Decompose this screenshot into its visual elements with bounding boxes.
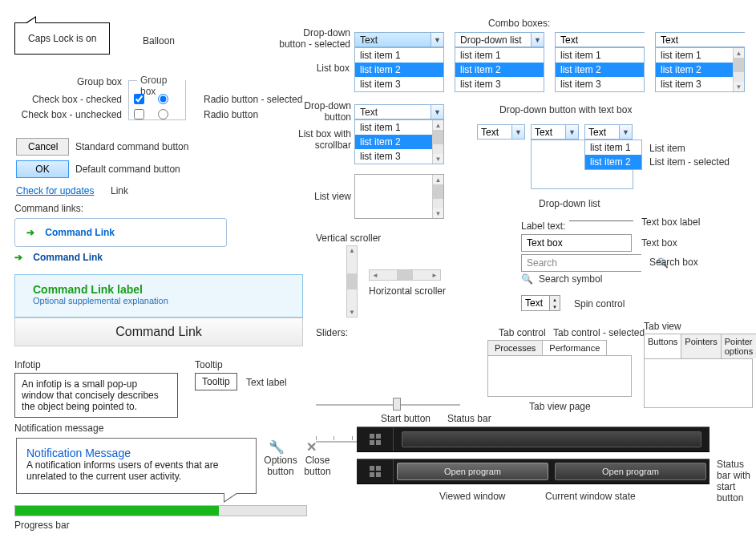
combo-3[interactable]: ▼ xyxy=(655,32,745,47)
list-item[interactable]: list item 2 xyxy=(455,63,544,77)
scroll-up-icon[interactable]: ▲ xyxy=(349,246,355,255)
scroll-thumb[interactable] xyxy=(397,270,413,280)
notification: Notification Message A notification info… xyxy=(16,438,257,494)
scroll-up-icon[interactable]: ▲ xyxy=(433,120,443,130)
list-view[interactable]: ▲ ▼ xyxy=(354,174,444,219)
scrollbar[interactable]: ▲ ▼ xyxy=(432,175,443,218)
infotip-label: Infotip xyxy=(14,359,41,370)
scroll-down-icon[interactable]: ▼ xyxy=(433,208,443,218)
scrollbar[interactable]: ▲ ▼ xyxy=(432,120,443,164)
search-input[interactable] xyxy=(522,255,652,271)
notification-body: A notification informs users of events t… xyxy=(26,459,246,482)
combo-2-list[interactable]: list item 1 list item 2 list item 3 xyxy=(555,47,645,92)
list-item[interactable]: list item 3 xyxy=(355,77,443,91)
scroll-down-icon[interactable]: ▼ xyxy=(433,154,443,164)
scroll-thumb[interactable] xyxy=(433,184,443,199)
tab-processes[interactable]: Processes xyxy=(487,340,543,355)
scroll-up-icon[interactable]: ▲ xyxy=(734,48,744,58)
dd-text-b[interactable]: ▼ xyxy=(531,124,579,140)
dropdown-selected[interactable]: Text ▼ xyxy=(354,32,444,47)
spin-control[interactable]: ▲ ▼ xyxy=(521,295,560,311)
tab-view: Buttons Pointers Pointer options xyxy=(644,334,753,408)
command-link-plain[interactable]: ➔ Command Link xyxy=(14,252,103,263)
search-box[interactable]: 🔍 xyxy=(521,254,641,272)
wrench-icon[interactable]: 🔧 xyxy=(269,439,285,455)
dd-text-a[interactable]: ▼ xyxy=(477,124,525,140)
list-item[interactable]: list item 2 xyxy=(556,63,644,77)
listbox-1[interactable]: list item 1 list item 2 list item 3 xyxy=(354,47,444,92)
horizontal-scroller[interactable]: ◄ ► xyxy=(369,269,441,281)
combo-3-list[interactable]: list item 1 list item 2 list item 3 ▲ ▼ xyxy=(655,47,745,92)
dd-text-c[interactable]: ▼ xyxy=(584,124,633,140)
list-item[interactable]: list item 1 xyxy=(585,140,641,155)
spin-input[interactable] xyxy=(521,295,550,311)
combo-2[interactable]: ▼ xyxy=(555,32,645,47)
start-button[interactable] xyxy=(357,459,394,483)
command-link-boxed[interactable]: ➔ Command Link xyxy=(14,218,227,247)
checkbox-checked[interactable] xyxy=(134,94,144,104)
checkbox-unchecked[interactable] xyxy=(134,109,144,119)
slider-thumb[interactable] xyxy=(393,398,401,411)
list-item[interactable]: list item 3 xyxy=(455,77,544,91)
tab-performance[interactable]: Performance xyxy=(542,340,607,355)
list-item[interactable]: list item 1 xyxy=(656,48,733,63)
radio-unselected[interactable] xyxy=(158,109,168,119)
list-item[interactable]: list item 2 xyxy=(656,63,733,77)
list-item[interactable]: list item 1 xyxy=(355,120,432,135)
scroll-left-icon[interactable]: ◄ xyxy=(370,272,381,279)
radio-label: Radio button xyxy=(204,109,258,120)
dd-text-droplist[interactable]: list item 1 list item 2 xyxy=(584,140,642,170)
command-link-big[interactable]: Command Link label Optional supplemental… xyxy=(14,274,303,318)
status-bar-label: Status bar xyxy=(447,413,491,424)
vertical-scroller[interactable]: ▲ ▼ xyxy=(346,245,358,318)
combo-3-input[interactable] xyxy=(656,33,756,47)
scroll-down-icon[interactable]: ▼ xyxy=(734,82,744,91)
scrollbar[interactable]: ▲ ▼ xyxy=(733,48,744,91)
command-link-bar[interactable]: Command Link xyxy=(14,318,303,346)
scroll-thumb[interactable] xyxy=(433,130,443,144)
chevron-down-icon: ▼ xyxy=(619,125,632,139)
ok-button[interactable]: OK xyxy=(16,160,69,178)
tab-pointers[interactable]: Pointers xyxy=(681,334,721,358)
slider-1[interactable] xyxy=(316,398,460,412)
cancel-button[interactable]: Cancel xyxy=(16,138,69,156)
spin-up-icon[interactable]: ▲ xyxy=(550,296,560,303)
list-item[interactable]: list item 2 xyxy=(355,135,432,149)
scroll-down-icon[interactable]: ▼ xyxy=(349,308,355,317)
task-button[interactable]: Open program xyxy=(555,463,706,480)
scroll-right-icon[interactable]: ► xyxy=(429,272,440,279)
tab-page-label: Tab view page xyxy=(529,401,591,412)
chevron-down-icon: ▼ xyxy=(531,33,544,47)
list-item[interactable]: list item 1 xyxy=(355,48,443,63)
dropdown-button[interactable]: Text ▼ xyxy=(354,104,444,119)
list-item[interactable]: list item 1 xyxy=(455,48,544,63)
combo-1[interactable]: Drop-down list ▼ xyxy=(455,32,544,47)
list-item[interactable]: list item 2 xyxy=(355,63,443,77)
task-button-active[interactable]: Open program xyxy=(397,463,548,480)
listbox-scroll[interactable]: list item 1 list item 2 list item 3 ▲ ▼ xyxy=(354,119,444,164)
list-item[interactable]: list item 3 xyxy=(355,149,432,164)
command-link-big-title: Command Link label xyxy=(33,283,285,296)
check-updates-link[interactable]: Check for updates xyxy=(16,185,94,196)
dd-text-b-input[interactable] xyxy=(532,125,565,139)
tab-buttons[interactable]: Buttons xyxy=(644,334,681,358)
list-item[interactable]: list item 3 xyxy=(556,77,644,91)
dd-text-c-input[interactable] xyxy=(585,125,619,139)
scroll-thumb[interactable] xyxy=(347,273,357,289)
scroll-thumb[interactable] xyxy=(734,58,744,72)
combo-1-list[interactable]: list item 1 list item 2 list item 3 xyxy=(455,47,544,92)
tabctrl-label-2: Tab control - selected xyxy=(553,327,645,338)
spin-down-icon[interactable]: ▼ xyxy=(550,303,560,310)
radio-selected[interactable] xyxy=(158,94,168,104)
scroll-up-icon[interactable]: ▲ xyxy=(433,175,443,184)
list-item[interactable]: list item 1 xyxy=(556,48,644,63)
spin-buttons[interactable]: ▲ ▼ xyxy=(550,295,560,311)
text-box[interactable] xyxy=(521,234,632,252)
tab-pointer-options[interactable]: Pointer options xyxy=(721,334,756,358)
list-item[interactable]: list item 3 xyxy=(656,77,733,91)
start-button[interactable] xyxy=(357,427,394,451)
tooltip-box: Tooltip xyxy=(195,373,237,390)
dd-text-a-input[interactable] xyxy=(478,125,511,139)
list-item[interactable]: list item 2 xyxy=(585,155,641,169)
tooltip-text: Tooltip xyxy=(202,376,230,387)
